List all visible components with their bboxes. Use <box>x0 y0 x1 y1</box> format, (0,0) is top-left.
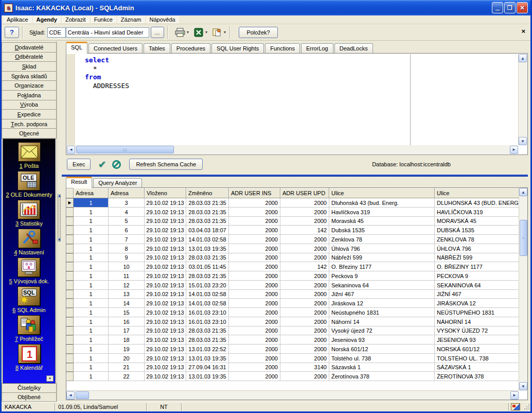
row-selector[interactable] <box>66 226 74 235</box>
grid-cell[interactable]: 4 <box>109 208 145 217</box>
row-selector[interactable] <box>66 253 74 263</box>
grid-cell[interactable]: ŽEROTÍNOVA 378 <box>435 372 519 381</box>
grid-cell[interactable]: Vysoký újezd 72 <box>329 326 435 336</box>
sidebar-button-pokladna[interactable]: Pokladna <box>2 90 57 100</box>
grid-cell[interactable]: 11 <box>109 271 145 281</box>
grid-cell[interactable]: 2000 <box>280 317 329 326</box>
grid-cell[interactable]: Sekaninova 64 <box>329 281 435 290</box>
grid-cell[interactable]: 1 <box>74 354 109 363</box>
tab-tables[interactable]: Tables <box>144 43 170 54</box>
copy-icon[interactable] <box>211 27 222 38</box>
grid-cell[interactable]: Dubská 1535 <box>329 226 435 235</box>
menu-item-záznam[interactable]: Záznam <box>117 16 145 23</box>
grid-cell[interactable]: 28.03.03 21:35 <box>186 271 229 281</box>
sql-code[interactable]: select *from ADDRESSES <box>85 56 129 90</box>
grid-cell[interactable]: SÁZAVSKÁ 1 <box>435 363 519 372</box>
tab-procedures[interactable]: Procedures <box>171 43 210 54</box>
tab-deadlocks[interactable]: DeadLocks <box>334 43 373 54</box>
tab-sql-user-rights[interactable]: SQL User Rights <box>211 43 264 54</box>
sidebar-item-v-vojov-dok-[interactable]: 5 Vývojová dok. <box>9 257 49 286</box>
grid-cell[interactable]: 2000 <box>229 299 280 308</box>
grid-cell[interactable]: 29.10.02 19:13 <box>145 363 186 372</box>
grid-cell[interactable]: Náhorní 14 <box>329 317 435 326</box>
splitter-collapse-handle[interactable] <box>58 194 61 242</box>
grid-cell[interactable]: 1 <box>74 235 109 244</box>
scroll-down-icon[interactable]: ▼ <box>519 137 527 145</box>
grid-cell[interactable]: 20 <box>109 354 145 363</box>
grid-cell[interactable]: 13.01.03 19:35 <box>186 372 229 381</box>
grid-cell[interactable]: 2000 <box>280 208 329 217</box>
column-header-vlo-eno[interactable]: Vloženo <box>145 188 186 198</box>
grid-cell[interactable]: 2000 <box>280 299 329 308</box>
grid-cell[interactable]: 29.10.02 19:13 <box>145 235 186 244</box>
grid-cell[interactable]: 2000 <box>280 253 329 263</box>
grid-cell[interactable]: 1 <box>74 290 109 299</box>
sidebar-item-ole-dokumenty[interactable]: OLE2 OLE Dokumenty <box>6 171 52 200</box>
grid-cell[interactable]: 2000 <box>280 235 329 244</box>
row-selector[interactable] <box>66 235 74 244</box>
scroll-down-icon[interactable]: ▼ <box>519 382 527 390</box>
grid-cell[interactable]: 1 <box>74 363 109 372</box>
excel-dropdown-arrow[interactable]: ▼ <box>205 30 208 34</box>
menu-item-agendy[interactable]: Agendy <box>33 16 61 23</box>
scroll-up-icon[interactable]: ▲ <box>519 188 527 196</box>
grid-cell[interactable]: 6 <box>109 226 145 235</box>
row-selector[interactable] <box>66 208 74 217</box>
grid-cell[interactable]: 29.10.02 19:13 <box>145 290 186 299</box>
row-selector[interactable] <box>66 326 74 336</box>
toolbar-close-icon[interactable]: × <box>521 28 525 35</box>
grid-cell[interactable]: 2000 <box>229 235 280 244</box>
scroll-right-icon[interactable]: ► <box>510 146 518 154</box>
grid-cell[interactable]: 28.03.03 21:35 <box>186 253 229 263</box>
grid-cell[interactable]: 2000 <box>280 271 329 281</box>
sidebar-splitter[interactable] <box>57 41 62 402</box>
resize-grip[interactable] <box>523 403 530 410</box>
grid-cell[interactable]: 13 <box>109 290 145 299</box>
grid-cell[interactable]: NÁBŘEŽÍ 599 <box>435 253 519 263</box>
row-selector[interactable] <box>66 290 74 299</box>
row-selector[interactable] <box>66 363 74 372</box>
menu-item-zobrazit[interactable]: Zobrazit <box>62 16 90 23</box>
grid-cell[interactable]: 29.10.02 19:13 <box>145 345 186 354</box>
sidebar-button-tech-podpora[interactable]: Tech. podpora <box>2 119 57 129</box>
grid-cell[interactable]: 2000 <box>280 354 329 363</box>
grid-cell[interactable]: 29.10.02 19:13 <box>145 262 186 271</box>
grid-cell[interactable]: 29.10.02 19:13 <box>145 271 186 281</box>
sidebar-button-organizace[interactable]: Organizace <box>2 80 57 91</box>
close-button[interactable]: ✕ <box>517 2 528 13</box>
sidebar-item-sql-admin[interactable]: SQL6 SQL Admin <box>12 286 45 315</box>
grid-cell[interactable]: 28.03.03 21:35 <box>186 335 229 345</box>
grid-cell[interactable]: 13.01.03 19:35 <box>186 354 229 363</box>
sidebar-button-sklad[interactable]: Sklad <box>2 61 57 72</box>
grid-cell[interactable]: 1 <box>74 299 109 308</box>
grid-cell[interactable]: 2000 <box>229 253 280 263</box>
grid-cell[interactable]: 9 <box>109 253 145 263</box>
grid-cell[interactable]: 2000 <box>229 208 280 217</box>
grid-cell[interactable]: SEKANINOVA 64 <box>435 281 519 290</box>
grid-cell[interactable]: Sázavská 1 <box>329 363 435 372</box>
tab-result[interactable]: Result <box>66 177 92 188</box>
grid-cell[interactable]: 2000 <box>280 290 329 299</box>
grid-cell[interactable]: 29.10.02 19:13 <box>145 317 186 326</box>
menu-item-nápověda[interactable]: Nápověda <box>146 16 179 23</box>
grid-cell[interactable]: Jižní 467 <box>329 290 435 299</box>
grid-cell[interactable]: 1 <box>74 317 109 326</box>
grid-cell[interactable]: 2000 <box>280 345 329 354</box>
grid-cell[interactable]: 29.10.02 19:13 <box>145 253 186 263</box>
scroll-right-icon[interactable]: ► <box>510 391 519 400</box>
row-selector[interactable] <box>66 317 74 326</box>
grid-cell[interactable]: DLUHONSKÁ 43 (BUD. ENERG. <box>435 198 519 208</box>
scroll-up-icon[interactable]: ▲ <box>519 54 527 62</box>
grid-cell[interactable]: 2000 <box>280 198 329 208</box>
grid-cell[interactable]: O. Březiny 1177 <box>329 262 435 271</box>
grid-cell[interactable]: 2000 <box>280 372 329 381</box>
grid-cell[interactable]: 2000 <box>229 271 280 281</box>
grid-cell[interactable]: 14.01.03 02:58 <box>186 290 229 299</box>
scrollbar-thumb[interactable]: ||| <box>76 146 174 153</box>
grid-cell[interactable]: 2000 <box>229 372 280 381</box>
grid-cell[interactable]: O. BŘEZINY 1177 <box>435 262 519 271</box>
column-header-adresa[interactable]: Adresa <box>74 188 109 198</box>
tab-sql[interactable]: SQL <box>66 42 87 54</box>
cancel-icon[interactable] <box>112 160 121 169</box>
grid-cell[interactable]: 2000 <box>229 317 280 326</box>
